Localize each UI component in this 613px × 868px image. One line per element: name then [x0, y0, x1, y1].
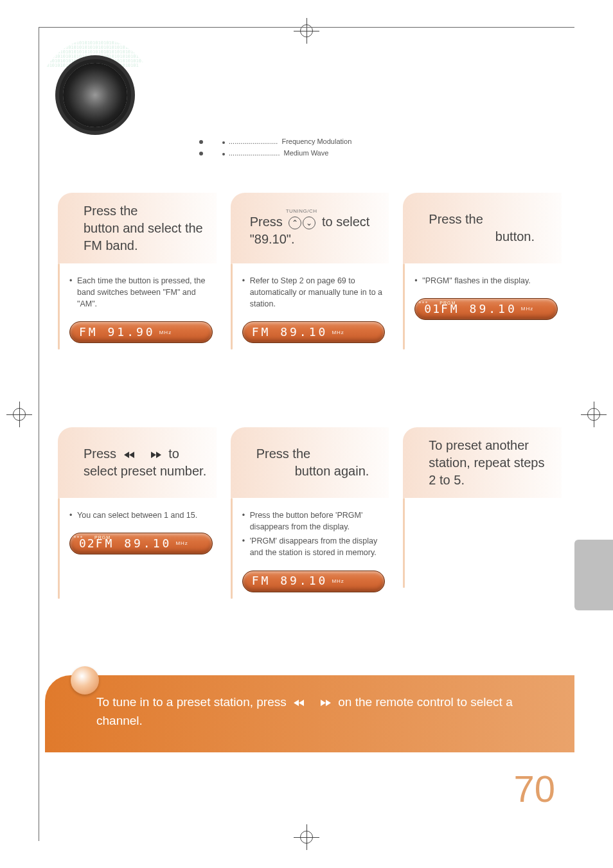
- footer-tip: To tune in to a preset station, press on…: [45, 675, 574, 752]
- step-text: button and select the FM band.: [84, 221, 203, 252]
- step-divider: [58, 498, 60, 599]
- step-5: Press the button again. Press the button…: [231, 427, 389, 592]
- footer-text: To tune in to a preset station, press on…: [96, 693, 549, 730]
- page-content: 0101010101010101010101010101010101010101…: [45, 39, 574, 829]
- lcd-unit: MHz: [159, 329, 172, 337]
- step-divider: [231, 498, 233, 599]
- lcd-display: PRGM 02 FM 89.10 MHz: [69, 533, 213, 554]
- skip-prev-next-icon: [121, 450, 164, 459]
- lcd-display: PRGM 01 FM 89.10 MHz: [414, 298, 558, 320]
- prgm-indicator: PRGM: [94, 535, 111, 541]
- footer-ornament-circle: [71, 666, 99, 695]
- step-note: Each time the button is pressed, the ban…: [69, 275, 213, 310]
- definition-term: Frequency Modulation: [281, 136, 351, 148]
- step-divider: [403, 263, 405, 350]
- step-1: Press the button and select the FM band.…: [58, 193, 217, 343]
- definition-dashes: .........................: [229, 136, 278, 148]
- lcd-text: FM 91.90: [79, 324, 155, 341]
- definitions-list: ......................... Frequency Modu…: [199, 136, 351, 159]
- step-3: Press the button. "PRGM" flashes in the …: [403, 193, 562, 343]
- crop-mark-right: [581, 402, 607, 427]
- step-2: TUNING/CH Press ⌃⌄ to select "89.10". Re…: [231, 193, 389, 343]
- definition-dashes: ..........................: [229, 148, 280, 159]
- step-4: Press to select preset number. You can s…: [58, 427, 217, 592]
- skip-prev-next-icon: [291, 698, 333, 707]
- step-body: Refer to Step 2 on page 69 to automatica…: [231, 263, 389, 343]
- prgm-indicator: PRGM: [440, 300, 456, 306]
- step-heading: TUNING/CH Press ⌃⌄ to select "89.10".: [231, 193, 389, 263]
- step-text: Press the: [429, 212, 483, 226]
- step-body: Each time the button is pressed, the ban…: [58, 263, 217, 343]
- side-tab: [574, 540, 613, 610]
- step-heading: Press the button.: [403, 193, 562, 263]
- step-body: Press the button before 'PRGM' disappear…: [231, 498, 389, 592]
- step-divider: [231, 263, 233, 350]
- step-body: You can select between 1 and 15. PRGM 02…: [58, 498, 217, 554]
- page-number: 70: [513, 767, 555, 810]
- step-text: button.: [495, 229, 535, 244]
- step-note: You can select between 1 and 15.: [69, 509, 213, 521]
- lcd-display: FM 89.10 MHz: [242, 321, 386, 343]
- crop-mark-left: [6, 402, 32, 427]
- step-heading: Press the button again.: [231, 427, 389, 498]
- step-text: Press: [250, 215, 287, 229]
- definition-term: Medium Wave: [283, 148, 328, 159]
- steps-row-1: Press the button and select the FM band.…: [58, 193, 562, 343]
- step-note: Refer to Step 2 on page 69 to automatica…: [242, 275, 386, 310]
- step-text: Press: [84, 447, 120, 461]
- step-divider: [58, 263, 60, 350]
- step-heading: Press the button and select the FM band.: [58, 193, 217, 263]
- lcd-unit: MHz: [332, 329, 344, 337]
- lcd-unit: MHz: [175, 540, 188, 547]
- steps-row-2: Press to select preset number. You can s…: [58, 427, 562, 592]
- step-text: To preset another station, repeat steps …: [429, 438, 544, 487]
- step-divider: [403, 498, 405, 588]
- lcd-unit: MHz: [521, 305, 533, 313]
- step-note: 'PRGM' disappears from the display and t…: [242, 535, 386, 558]
- step-text: Press the: [84, 204, 138, 218]
- tuning-up-down-icon: ⌃⌄: [289, 217, 315, 229]
- lcd-display: FM 91.90 MHz: [69, 321, 213, 343]
- trim-line-top: [39, 27, 574, 28]
- step-body: "PRGM" flashes in the display. PRGM 01 F…: [403, 263, 562, 320]
- lcd-display: FM 89.10 MHz: [242, 571, 386, 592]
- definition-row: ......................... Frequency Modu…: [199, 136, 351, 148]
- step-heading: Press to select preset number.: [58, 427, 217, 498]
- step-6: To preset another station, repeat steps …: [403, 427, 562, 592]
- footer-text-a: To tune in to a preset station, press: [96, 695, 290, 709]
- step-note: Press the button before 'PRGM' disappear…: [242, 509, 386, 533]
- speaker-illustration: 0101010101010101010101010101010101010101…: [39, 39, 154, 154]
- step-note: "PRGM" flashes in the display.: [414, 275, 558, 287]
- lcd-text: FM 89.10: [252, 572, 328, 589]
- step-text: button again.: [295, 464, 369, 478]
- lcd-text: FM 89.10: [252, 324, 328, 341]
- step-heading: To preset another station, repeat steps …: [403, 427, 562, 498]
- definition-row: .......................... Medium Wave: [199, 148, 351, 159]
- lcd-unit: MHz: [332, 578, 344, 585]
- step-text: Press the: [256, 447, 310, 461]
